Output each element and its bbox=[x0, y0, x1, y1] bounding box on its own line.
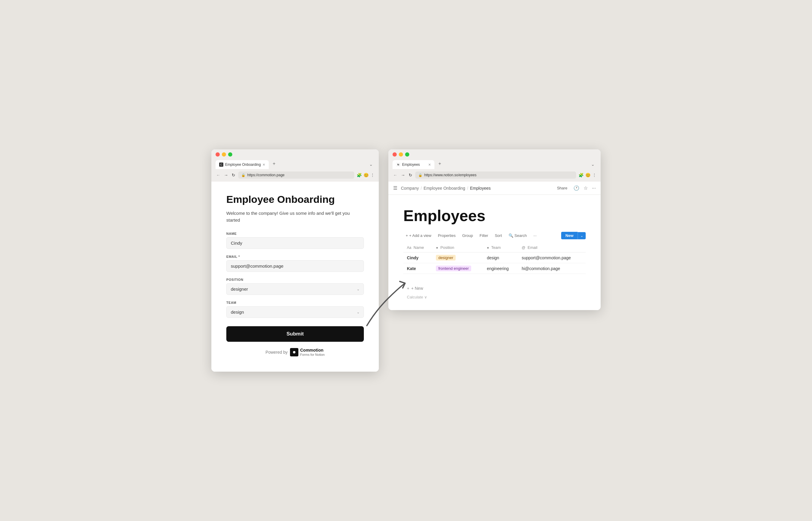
right-minimize-button[interactable] bbox=[399, 152, 403, 157]
search-button[interactable]: 🔍 Search bbox=[506, 232, 529, 239]
right-url-text: https://www.notion.so/employees bbox=[424, 173, 477, 177]
name-field-container: NAME bbox=[226, 232, 364, 249]
commotion-brand: Commotion bbox=[300, 348, 325, 353]
traffic-lights bbox=[216, 152, 375, 157]
col-name-label: Name bbox=[414, 245, 424, 250]
right-address-bar: ← → ↻ 🔒 https://www.notion.so/employees … bbox=[388, 169, 601, 182]
tab-title: Employee Onboarding bbox=[225, 162, 261, 167]
right-menu-icon[interactable]: ⋮ bbox=[592, 173, 596, 178]
profile-icon[interactable]: 😊 bbox=[364, 173, 369, 178]
email-input[interactable] bbox=[226, 260, 364, 272]
add-row-label: + New bbox=[411, 286, 423, 291]
form-title: Employee Onboarding bbox=[226, 194, 364, 205]
menu-icon[interactable]: ⋮ bbox=[370, 173, 375, 178]
right-url-field[interactable]: 🔒 https://www.notion.so/employees bbox=[415, 172, 576, 179]
forward-button[interactable]: → bbox=[223, 172, 229, 178]
email-label: EMAIL * bbox=[226, 255, 364, 258]
sort-button[interactable]: Sort bbox=[492, 232, 504, 239]
table-header-row: Aa Name ● Position ● Team @ bbox=[403, 243, 586, 252]
breadcrumb-sep-2: / bbox=[467, 186, 468, 190]
properties-button[interactable]: Properties bbox=[436, 232, 458, 239]
team-select-wrapper: design engineering product ⌄ bbox=[226, 306, 364, 318]
notion-active-tab[interactable]: N Employees × bbox=[393, 160, 434, 169]
filter-button[interactable]: Filter bbox=[477, 232, 490, 239]
star-icon[interactable]: ☆ bbox=[584, 185, 588, 191]
row2-name: Kate bbox=[403, 263, 432, 274]
right-refresh-button[interactable]: ↻ bbox=[408, 172, 413, 178]
sidebar-toggle-icon[interactable]: ☰ bbox=[393, 185, 397, 191]
new-button[interactable]: New bbox=[561, 232, 578, 239]
more-toolbar-button[interactable]: ··· bbox=[531, 232, 539, 239]
right-extensions-icon[interactable]: 🧩 bbox=[578, 173, 584, 178]
new-tab-button[interactable]: + bbox=[270, 160, 278, 168]
notion-header-actions: Share 🕐 ☆ ··· bbox=[555, 185, 596, 191]
team-field-container: TEAM design engineering product ⌄ bbox=[226, 301, 364, 318]
close-button[interactable] bbox=[216, 152, 220, 157]
breadcrumb-current: Employees bbox=[470, 186, 490, 190]
group-button[interactable]: Group bbox=[460, 232, 475, 239]
add-view-button[interactable]: + + Add a view bbox=[403, 232, 434, 239]
table-row[interactable]: Cindy designer design support@commotion.… bbox=[403, 252, 586, 263]
search-label: Search bbox=[514, 233, 527, 238]
address-bar: ← → ↻ 🔒 https://commotion.page 🧩 😊 ⋮ bbox=[211, 169, 379, 182]
row1-position-tag: designer bbox=[436, 255, 456, 260]
col-team-label: Team bbox=[491, 245, 501, 250]
right-close-button[interactable] bbox=[393, 152, 397, 157]
tab-favicon: C bbox=[219, 162, 223, 167]
add-view-label: + Add a view bbox=[409, 233, 432, 238]
table-row[interactable]: Kate frontend engineer engineering hi@co… bbox=[403, 263, 586, 274]
right-forward-button[interactable]: → bbox=[400, 172, 406, 178]
share-button[interactable]: Share bbox=[555, 185, 569, 191]
form-container: Employee Onboarding Welcome to the compa… bbox=[211, 182, 379, 371]
position-label: POSITION bbox=[226, 278, 364, 281]
col-team-icon: ● bbox=[487, 246, 489, 250]
maximize-button[interactable] bbox=[228, 152, 232, 157]
notion-tab-close-icon[interactable]: × bbox=[429, 162, 431, 167]
name-input[interactable] bbox=[226, 237, 364, 249]
refresh-button[interactable]: ↻ bbox=[231, 172, 236, 178]
right-browser-window: N Employees × + ⌄ ← → ↻ 🔒 https://www.no… bbox=[388, 150, 601, 310]
database-toolbar: + + Add a view Properties Group Filter S… bbox=[403, 232, 586, 239]
calculate-button[interactable]: Calculate ∨ bbox=[403, 293, 586, 301]
minimize-button[interactable] bbox=[222, 152, 226, 157]
submit-button[interactable]: Submit bbox=[226, 326, 364, 342]
right-maximize-button[interactable] bbox=[405, 152, 409, 157]
add-row-icon: + bbox=[407, 286, 409, 291]
breadcrumb-onboarding[interactable]: Employee Onboarding bbox=[424, 186, 465, 190]
col-email-label: Email bbox=[528, 245, 537, 250]
position-select-wrapper: designer frontend engineer backend engin… bbox=[226, 283, 364, 295]
empty-row bbox=[403, 274, 586, 284]
right-back-button[interactable]: ← bbox=[393, 172, 398, 178]
more-options-icon[interactable]: ··· bbox=[592, 185, 596, 191]
left-browser-window: C Employee Onboarding × + ⌄ ← → ↻ 🔒 http… bbox=[211, 150, 379, 371]
team-label: TEAM bbox=[226, 301, 364, 304]
breadcrumb: Company / Employee Onboarding / Employee… bbox=[401, 186, 553, 190]
row1-team: design bbox=[483, 252, 518, 263]
new-dropdown-button[interactable]: ⌄ bbox=[578, 232, 586, 239]
col-email: @ Email bbox=[518, 243, 586, 252]
position-select[interactable]: designer frontend engineer backend engin… bbox=[226, 283, 364, 295]
right-traffic-lights bbox=[393, 152, 596, 157]
back-button[interactable]: ← bbox=[216, 172, 221, 178]
left-browser-chrome: C Employee Onboarding × + ⌄ bbox=[211, 150, 379, 169]
right-tab-dropdown-button[interactable]: ⌄ bbox=[589, 161, 596, 168]
tab-dropdown-button[interactable]: ⌄ bbox=[368, 161, 375, 168]
row2-team: engineering bbox=[483, 263, 518, 274]
right-new-tab-button[interactable]: + bbox=[436, 160, 444, 168]
row2-position-tag: frontend engineer bbox=[436, 266, 471, 271]
add-row-button[interactable]: + + New bbox=[403, 284, 586, 293]
active-tab[interactable]: C Employee Onboarding × bbox=[216, 160, 269, 169]
right-tabs-row: N Employees × + ⌄ bbox=[393, 160, 596, 169]
notion-favicon: N bbox=[396, 162, 400, 167]
name-label: NAME bbox=[226, 232, 364, 235]
row1-position: designer bbox=[432, 252, 483, 263]
extensions-icon[interactable]: 🧩 bbox=[357, 173, 362, 178]
history-icon[interactable]: 🕐 bbox=[573, 185, 579, 191]
col-name: Aa Name bbox=[403, 243, 432, 252]
tabs-row: C Employee Onboarding × + ⌄ bbox=[216, 160, 375, 169]
url-field[interactable]: 🔒 https://commotion.page bbox=[238, 172, 354, 179]
team-select[interactable]: design engineering product bbox=[226, 306, 364, 318]
tab-close-icon[interactable]: × bbox=[263, 162, 265, 167]
breadcrumb-company[interactable]: Company bbox=[401, 186, 419, 190]
right-profile-icon[interactable]: 😊 bbox=[585, 173, 590, 178]
